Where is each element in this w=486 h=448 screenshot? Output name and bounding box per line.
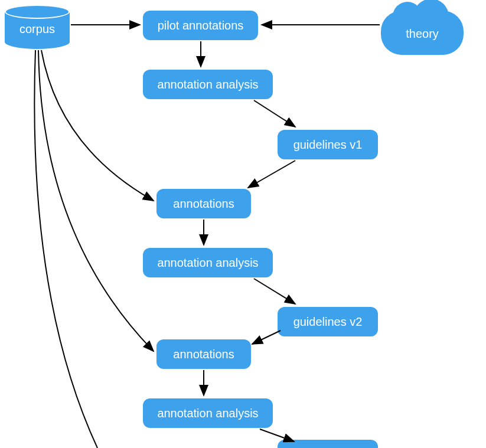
arrow-corpus-to-offscreen: [34, 50, 97, 448]
corpus-node: corpus: [5, 5, 70, 49]
annotation-analysis-3-label: annotation analysis: [157, 407, 258, 420]
annotation-analysis-1-label: annotation analysis: [157, 78, 258, 91]
guidelines-v1-node: guidelines v1: [278, 130, 378, 159]
arrow-analysis2-to-guidelines2: [254, 279, 295, 304]
cylinder-top: [5, 5, 70, 19]
annotations-2-node: annotations: [156, 339, 251, 369]
annotations-1-node: annotations: [156, 189, 251, 218]
theory-label: theory: [381, 27, 464, 41]
annotation-analysis-2-node: annotation analysis: [143, 248, 273, 277]
arrow-corpus-to-annotations2: [38, 50, 154, 351]
pilot-annotations-node: pilot annotations: [143, 11, 258, 40]
theory-node: theory: [381, 11, 464, 55]
arrows-svg: [0, 0, 486, 448]
guidelines-v3-node: guidelines v3: [278, 440, 378, 448]
corpus-label: corpus: [5, 22, 70, 36]
annotation-analysis-2-label: annotation analysis: [157, 256, 258, 270]
guidelines-v2-node: guidelines v2: [278, 307, 378, 336]
pilot-annotations-label: pilot annotations: [158, 19, 244, 32]
arrow-corpus-to-annotations1: [41, 50, 154, 201]
annotations-2-label: annotations: [173, 348, 234, 361]
annotation-analysis-1-node: annotation analysis: [143, 70, 273, 99]
arrow-analysis1-to-guidelines1: [254, 100, 295, 127]
arrow-guidelines2-to-annotations2: [252, 331, 280, 344]
guidelines-v2-label: guidelines v2: [293, 315, 363, 329]
arrow-guidelines1-to-annotations1: [248, 161, 295, 188]
annotation-analysis-3-node: annotation analysis: [143, 398, 273, 428]
guidelines-v1-label: guidelines v1: [293, 138, 363, 152]
annotations-1-label: annotations: [173, 197, 234, 211]
